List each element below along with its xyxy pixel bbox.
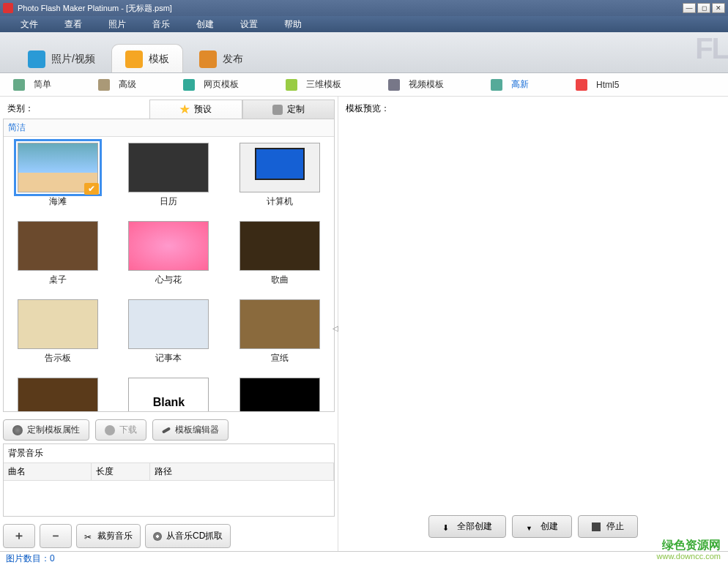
toolbar-icon xyxy=(388,79,400,91)
menu-2[interactable]: 照片 xyxy=(95,18,139,31)
maintab-label: 模板 xyxy=(149,53,169,66)
template-item-11[interactable] xyxy=(229,378,331,411)
music-list[interactable] xyxy=(4,481,334,516)
preview-area xyxy=(346,116,721,511)
stop-button[interactable]: 停止 xyxy=(578,515,638,538)
toolbar-item-6[interactable]: Html5 xyxy=(567,79,628,91)
music-columns: 曲名 长度 路径 xyxy=(4,462,334,481)
menu-6[interactable]: 帮助 xyxy=(271,18,315,31)
template-thumb xyxy=(239,221,320,271)
tree-header[interactable]: 简洁 xyxy=(4,119,334,137)
template-label: 桌子 xyxy=(49,274,67,286)
toolbar-item-0[interactable]: 简单 xyxy=(4,78,60,91)
double-down-icon xyxy=(442,523,451,531)
toolbar-item-3[interactable]: 三维模板 xyxy=(277,78,350,91)
customize-template-button[interactable]: 定制模板属性 xyxy=(3,419,89,441)
toolbar-label: 高级 xyxy=(119,78,136,91)
template-item-0[interactable]: 海滩 xyxy=(7,143,109,208)
maintab-icon xyxy=(125,50,143,68)
menu-3[interactable]: 音乐 xyxy=(139,18,183,31)
app-icon xyxy=(3,3,13,13)
template-item-6[interactable]: 告示板 xyxy=(7,299,109,364)
maintab-2[interactable]: 发布 xyxy=(186,45,256,72)
splitter-handle[interactable]: ◁ xyxy=(333,324,341,332)
template-thumb xyxy=(128,221,209,271)
template-label: 心与花 xyxy=(155,274,182,286)
menu-5[interactable]: 设置 xyxy=(227,18,271,31)
template-label: 宣纸 xyxy=(271,352,289,364)
rip-cd-button[interactable]: 从音乐CD抓取 xyxy=(145,524,231,548)
music-button-row: ＋ － 裁剪音乐 从音乐CD抓取 xyxy=(3,521,335,551)
create-button[interactable]: 创建 xyxy=(512,515,572,538)
toolbar-label: 网页模板 xyxy=(204,78,239,91)
col-name[interactable]: 曲名 xyxy=(4,463,92,480)
toolbar-item-1[interactable]: 高级 xyxy=(89,78,145,91)
toolbar: 简单高级网页模板三维模板视频模板高新Html5 xyxy=(0,73,728,97)
col-path[interactable]: 路径 xyxy=(150,463,334,480)
template-thumb xyxy=(239,299,320,349)
template-thumb xyxy=(239,143,320,192)
add-music-button[interactable]: ＋ xyxy=(3,524,35,548)
template-item-1[interactable]: 日历 xyxy=(118,143,220,208)
template-label: 计算机 xyxy=(267,195,293,208)
toolbar-item-5[interactable]: 高新 xyxy=(482,78,538,91)
template-item-2[interactable]: 计算机 xyxy=(229,143,331,208)
template-label: 告示板 xyxy=(45,352,71,364)
editor-label: 模板编辑器 xyxy=(175,424,219,436)
maintab-1[interactable]: 模板 xyxy=(111,44,183,72)
toolbar-item-2[interactable]: 网页模板 xyxy=(174,78,248,91)
remove-music-button[interactable]: － xyxy=(40,524,72,548)
menu-4[interactable]: 创建 xyxy=(183,18,227,31)
toolbar-label: 高新 xyxy=(511,78,529,91)
col-length[interactable]: 长度 xyxy=(92,463,150,480)
down-icon xyxy=(526,523,535,531)
window-title: Photo Flash Maker Platinum - [无标题.psm] xyxy=(18,3,681,14)
pencil-icon xyxy=(162,427,171,433)
category-row: 类别： 预设定制 xyxy=(3,100,335,119)
template-item-4[interactable]: 心与花 xyxy=(118,221,220,286)
createall-label: 全部创建 xyxy=(457,520,492,533)
template-item-9[interactable] xyxy=(7,378,109,411)
toolbar-icon xyxy=(183,79,195,91)
template-thumb xyxy=(128,299,209,349)
rip-cd-label: 从音乐CD抓取 xyxy=(166,530,223,542)
template-item-3[interactable]: 桌子 xyxy=(7,221,109,286)
template-label: 歌曲 xyxy=(271,274,289,286)
subtab-1[interactable]: 定制 xyxy=(242,100,335,119)
status-bar: 图片数目：0 xyxy=(0,551,728,566)
cut-music-button[interactable]: 裁剪音乐 xyxy=(76,524,141,548)
download-button[interactable]: 下载 xyxy=(95,419,146,441)
download-icon xyxy=(105,425,115,435)
create-all-button[interactable]: 全部创建 xyxy=(428,515,506,538)
subtab-label: 预设 xyxy=(194,103,212,116)
wrench-icon xyxy=(272,105,283,115)
maximize-button[interactable]: ◻ xyxy=(697,3,710,13)
menu-bar: 文件查看照片音乐创建设置帮助 xyxy=(0,16,728,32)
toolbar-item-4[interactable]: 视频模板 xyxy=(379,78,453,91)
template-label: 海滩 xyxy=(49,195,67,208)
right-panel: ◁ 模板预览： 全部创建 创建 停止 xyxy=(338,97,728,551)
template-section: 简洁 海滩日历计算机桌子心与花歌曲告示板记事本宣纸Blank xyxy=(3,119,335,412)
close-button[interactable]: ✕ xyxy=(712,3,725,13)
menu-0[interactable]: 文件 xyxy=(7,18,51,31)
template-item-7[interactable]: 记事本 xyxy=(118,299,220,364)
template-grid-wrap[interactable]: 海滩日历计算机桌子心与花歌曲告示板记事本宣纸Blank xyxy=(4,137,334,411)
template-thumb xyxy=(128,143,209,192)
maintab-icon xyxy=(199,50,217,68)
menu-1[interactable]: 查看 xyxy=(51,18,95,31)
subtab-0[interactable]: 预设 xyxy=(149,100,242,119)
toolbar-label: 三维模板 xyxy=(306,78,341,91)
music-section: 背景音乐 曲名 长度 路径 xyxy=(3,443,335,517)
title-bar: Photo Flash Maker Platinum - [无标题.psm] —… xyxy=(0,0,728,16)
maintab-0[interactable]: 照片/视频 xyxy=(15,45,108,72)
cut-music-label: 裁剪音乐 xyxy=(97,530,133,542)
template-item-10[interactable]: Blank xyxy=(118,378,220,411)
template-item-8[interactable]: 宣纸 xyxy=(229,299,331,364)
minimize-button[interactable]: — xyxy=(683,3,696,13)
sub-tabs: 预设定制 xyxy=(149,100,335,119)
template-editor-button[interactable]: 模板编辑器 xyxy=(152,419,229,441)
preview-label: 模板预览： xyxy=(346,101,721,116)
toolbar-icon xyxy=(286,79,297,91)
toolbar-icon xyxy=(13,79,25,91)
template-item-5[interactable]: 歌曲 xyxy=(229,221,331,286)
